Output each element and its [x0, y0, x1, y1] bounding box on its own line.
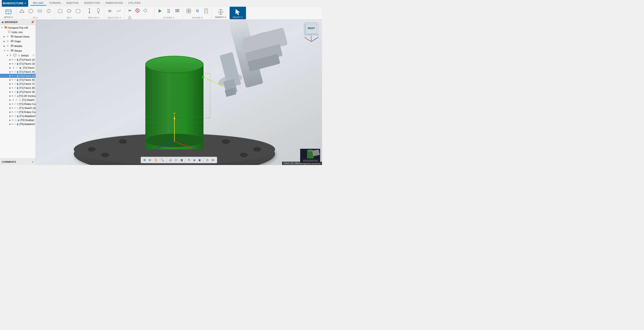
multiaxis-btn-1[interactable]	[106, 7, 114, 15]
mini-preview[interactable]	[300, 149, 320, 163]
sidebar-collapse-button[interactable]: ◀	[1, 20, 3, 24]
2d-icon-1	[19, 8, 25, 14]
tree-t1-swarf2[interactable]: ▶ 👁 ✓ ⬡ [T1] Swarf1 (2)	[0, 106, 36, 110]
modify-btn-x[interactable]	[134, 7, 141, 14]
tree-t5-adaptive1[interactable]: ▶ 👁 ✓ ◧ [T5] Adaptive1	[0, 122, 36, 126]
nav-zoom-button[interactable]: 🔍	[160, 158, 165, 162]
tab-additive[interactable]: ADDITIVE	[64, 1, 82, 6]
3d-btn-1[interactable]	[56, 7, 64, 15]
setups-vis-icon[interactable]: 👁	[7, 50, 10, 52]
tab-fabrication[interactable]: FABRICATION	[103, 1, 126, 6]
actions-btn-g1g2[interactable]: G1G2	[164, 7, 173, 15]
scene-svg: Y	[36, 20, 322, 165]
comments-add-icon[interactable]: +	[32, 160, 34, 164]
view-cube[interactable]: X Z Y RIGHT	[302, 22, 320, 44]
select-button[interactable]: SELECT ▼	[231, 7, 245, 19]
multiaxis-icon-2	[116, 8, 122, 14]
tree-setups[interactable]: ▼ 👁 Setups	[0, 48, 36, 53]
setup-button[interactable]: S SETUP ▼	[2, 7, 15, 19]
modify-btn-merge[interactable]	[142, 7, 149, 14]
tab-milling[interactable]: MILLING	[30, 1, 46, 6]
app: MANUFACTURE ▼ MILLING TURNING ADDITIVE I…	[0, 0, 322, 165]
drilling-btn-2[interactable]	[94, 7, 103, 15]
inspect-button[interactable]: INSPECT ▼	[213, 7, 228, 19]
tree-t1-face4[interactable]: ▶ 👁 ✓ ◧ [T1] Face1 (4)	[0, 70, 36, 74]
svg-point-53	[119, 139, 127, 144]
tree-named-views[interactable]: ▶ 👁 Named Views	[0, 34, 36, 39]
tab-utilities[interactable]: UTILITIES	[126, 1, 144, 6]
named-views-expand: ▶	[4, 36, 6, 38]
tree-t1-face3[interactable]: ▶ 👁 ✓ ◧ [T1] Face1 (3)	[0, 62, 36, 66]
tab-inspection[interactable]: INSPECTION	[81, 1, 103, 6]
tree-root[interactable]: ▼ OctogoonTOp v35	[0, 25, 36, 30]
nav-fit-button[interactable]: ⊖	[148, 158, 152, 162]
more-button[interactable]: ≫	[210, 158, 216, 162]
tab-turning[interactable]: TURNING	[46, 1, 64, 6]
origin-vis-icon[interactable]: 👁	[7, 40, 10, 42]
3d-btn-3[interactable]	[74, 7, 82, 15]
2d-btn-1[interactable]	[18, 7, 26, 15]
manufacture-button[interactable]: MANUFACTURE ▼	[2, 0, 28, 7]
3d-icon-3	[75, 8, 81, 14]
tree-t1-rotary1[interactable]: ▶ 👁 ✓ ⟳ [T1] Rotary Contour1	[0, 102, 36, 106]
tree-t5-scallop1[interactable]: ▶ 👁 ⚠ ◉ [T5] Scallop1	[0, 118, 36, 122]
animation-button[interactable]: ◷	[205, 158, 210, 162]
multiaxis-btn-2[interactable]	[114, 7, 123, 15]
orbit-button[interactable]: ↻	[187, 158, 192, 162]
tree-models[interactable]: ▶ 👁 Models	[0, 44, 36, 48]
tree-t1-adaptive4[interactable]: ▶ 👁 ⚠ ◧ [T1] Adaptive4	[0, 114, 36, 118]
tree-t3-rotary1[interactable]: ▶ 👁 ✓ ⟳ [T3] Rotary Contour1...	[0, 110, 36, 114]
tree-t1-swarf1[interactable]: ▶ 👁 ✓ ⬡ [T1] Swarf1	[0, 98, 36, 102]
tree-t1-face6[interactable]: ▶ 👁 ✓ ◧ [T1] Face1 (6)	[0, 78, 36, 82]
nav-pan-button[interactable]: ✋	[153, 158, 159, 162]
section-view-button[interactable]: ◨	[179, 158, 184, 162]
file-tree: ▼ OctogoonTOp v35 mm Units: mm ▶	[0, 25, 36, 158]
sidebar-header: ◀ BROWSER 📌	[0, 20, 36, 25]
tree-t1-face8[interactable]: ▶ 👁 ✓ ◧ [T1] Face1 (8)	[0, 86, 36, 90]
manage-btn-tool[interactable]	[184, 7, 193, 15]
setup1-icon	[13, 54, 16, 57]
manage-btn-doc[interactable]	[202, 7, 210, 15]
3d-icon-1	[57, 8, 63, 14]
3d-btn-2[interactable]	[65, 7, 73, 15]
tree-t1-face2[interactable]: ▶ 👁 ✓ ◧ [T1] Face1 (2)	[0, 58, 36, 62]
tree-t1-face7[interactable]: ▶ 👁 ✓ ◧ [T1] Face1 (7)	[0, 82, 36, 86]
mesh-display-button[interactable]: ⬡	[174, 158, 178, 162]
manage-section-label: MANAGE ▼	[192, 16, 203, 19]
2d-btn-4[interactable]	[44, 7, 53, 15]
document-icon	[203, 8, 209, 14]
tree-origin[interactable]: ▶ 👁 Origin	[0, 39, 36, 44]
appearance-button[interactable]: ◈	[192, 158, 196, 162]
2d-btn-2[interactable]	[26, 7, 35, 15]
ribbon-section-setup: S SETUP ▼	[1, 7, 16, 19]
tree-t1-face9[interactable]: ▶ 👁 ✓ ◧ [T1] Face1 (9)	[0, 90, 36, 94]
named-views-vis-icon[interactable]: 👁	[7, 35, 10, 38]
simulate-icon	[157, 8, 163, 14]
sidebar-pin-button[interactable]: 📌	[31, 20, 34, 24]
manage-btn-g[interactable]: G	[193, 7, 202, 15]
modify-btn-scissors[interactable]: ✂	[126, 7, 134, 14]
models-vis-icon[interactable]: 👁	[7, 45, 10, 47]
svg-line-121	[304, 22, 306, 24]
tree-setup1[interactable]: ▼ 👁 ⧉ Setup1 ⏱	[0, 53, 36, 58]
tree-t1-2dcontour2[interactable]: ▶ 👁 ✓ ◈ [T1] 2D Contour2	[0, 94, 36, 98]
sidebar-footer[interactable]: COMMENTS +	[0, 158, 36, 165]
ribbon-section-actions: G1G2 ACTIONS ▼	[154, 7, 183, 19]
svg-rect-27	[189, 9, 191, 11]
tool-icon-purple: ⬡	[19, 98, 22, 102]
setup1-vis-icon[interactable]: 👁	[10, 54, 12, 56]
status-ok-icon5: ✓	[14, 122, 16, 126]
actions-btn-post[interactable]	[173, 7, 182, 15]
tree-t1-face1[interactable]: ▶ 👁 ✓ ◧ [T1] Face1	[0, 66, 36, 70]
drilling-btn-1[interactable]	[85, 7, 94, 15]
root-expand-arrow: ▼	[1, 26, 4, 29]
2d-btn-3[interactable]	[36, 7, 44, 15]
effects-button[interactable]: ◉	[197, 158, 202, 162]
viewport[interactable]: Y X Z Y	[36, 20, 322, 165]
actions-btn-simulate[interactable]	[156, 7, 164, 15]
tree-t1-face5[interactable]: ▶ 👁 ✓ ◧ [T1] Face1 (5)	[0, 74, 36, 78]
x-icon	[135, 8, 140, 13]
scissors-icon: ✂	[127, 8, 132, 13]
nav-home-button[interactable]: ⊕	[142, 158, 147, 162]
display-mode-button[interactable]: ◎	[168, 158, 173, 162]
